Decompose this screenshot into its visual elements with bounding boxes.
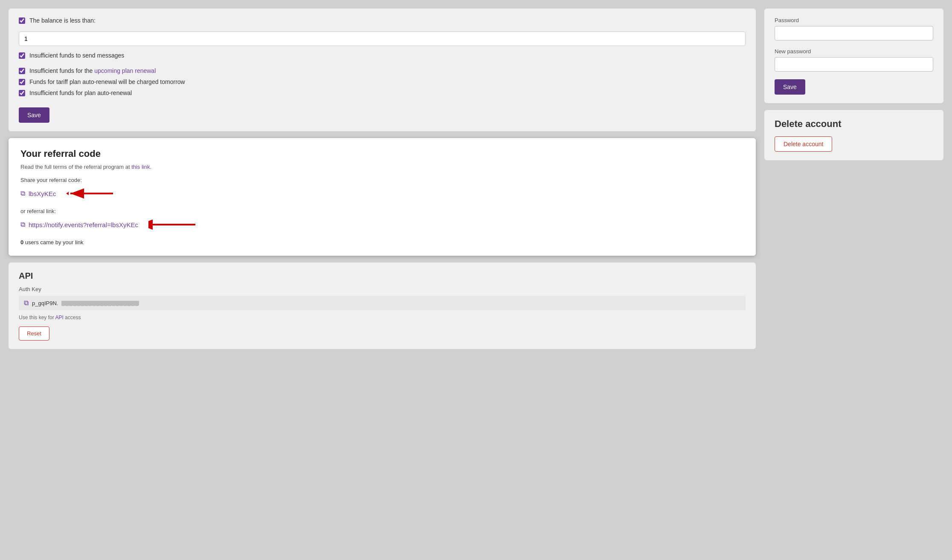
balance-value-input[interactable]	[19, 32, 746, 46]
referral-link-text[interactable]: https://notify.events?referral=lbsXyKEc	[29, 221, 138, 228]
copy-link-icon[interactable]: ⧉	[20, 221, 25, 228]
balance-notifications-card: The balance is less than: Insufficient f…	[9, 9, 756, 131]
delete-account-title: Delete account	[775, 118, 933, 130]
insufficient-funds-checkbox[interactable]	[19, 52, 25, 59]
users-count: 0 users came by your link	[20, 239, 744, 245]
auto-renewal2-row: Insufficient funds for plan auto-renewal	[19, 89, 746, 96]
api-title: API	[19, 271, 746, 281]
api-key-masked: ████████████████████	[61, 301, 139, 306]
api-hint: Use this key for API access	[19, 315, 746, 320]
upcoming-renewal-checkbox[interactable]	[19, 68, 25, 74]
arrow-annotation-code	[66, 186, 117, 201]
auto-renewal-label: Funds for tariff plan auto-renewal will …	[29, 78, 185, 85]
upcoming-plan-link[interactable]: upcoming plan renewal	[94, 67, 156, 74]
auto-renewal2-label: Insufficient funds for plan auto-renewal	[29, 89, 132, 96]
api-reset-button[interactable]: Reset	[19, 326, 49, 341]
upcoming-renewal-row: Insufficient funds for the upcoming plan…	[19, 67, 746, 74]
insufficient-funds-row: Insufficient funds to send messages	[19, 52, 746, 59]
api-docs-link[interactable]: API	[55, 315, 63, 320]
api-key-row: ⧉ p_gqIP9N. ████████████████████	[19, 296, 746, 310]
balance-save-button[interactable]: Save	[19, 107, 49, 123]
referral-link-row: ⧉ https://notify.events?referral=lbsXyKE…	[20, 217, 744, 232]
referral-code-row: ⧉ lbsXyKEc	[20, 186, 744, 201]
referral-desc: Read the full terms of the referral prog…	[20, 164, 744, 170]
auto-renewal-row: Funds for tariff plan auto-renewal will …	[19, 78, 746, 85]
api-card: API Auth Key ⧉ p_gqIP9N. ███████████████…	[9, 263, 756, 349]
auto-renewal2-checkbox[interactable]	[19, 90, 25, 96]
referral-terms-link[interactable]: this link	[131, 164, 150, 170]
password-card: Password New password Save	[764, 9, 943, 103]
delete-account-button[interactable]: Delete account	[775, 136, 832, 152]
referral-title: Your referral code	[20, 148, 744, 159]
copy-api-icon[interactable]: ⧉	[24, 299, 29, 307]
password-save-button[interactable]: Save	[775, 79, 805, 95]
referral-code-text: lbsXyKEc	[29, 190, 56, 197]
auto-renewal-checkbox[interactable]	[19, 79, 25, 85]
balance-checkbox[interactable]	[19, 17, 25, 24]
arrow-annotation-link	[148, 217, 200, 232]
api-key-prefix: p_gqIP9N.	[32, 300, 58, 306]
balance-label: The balance is less than:	[29, 17, 96, 24]
new-password-input[interactable]	[775, 57, 933, 72]
delete-account-card: Delete account Delete account	[764, 110, 943, 160]
or-label: or referral link:	[20, 208, 744, 214]
new-password-label: New password	[775, 48, 933, 55]
svg-marker-1	[66, 192, 69, 195]
insufficient-funds-label: Insufficient funds to send messages	[29, 52, 124, 59]
copy-code-icon[interactable]: ⧉	[20, 190, 25, 197]
referral-card: Your referral code Read the full terms o…	[9, 138, 756, 256]
svg-marker-4	[148, 223, 151, 226]
share-label: Share your referral code:	[20, 177, 744, 183]
password-input[interactable]	[775, 26, 933, 40]
password-label: Password	[775, 17, 933, 23]
balance-checkbox-row: The balance is less than:	[19, 17, 746, 24]
auth-key-label: Auth Key	[19, 286, 746, 292]
upcoming-renewal-label: Insufficient funds for the upcoming plan…	[29, 67, 156, 74]
